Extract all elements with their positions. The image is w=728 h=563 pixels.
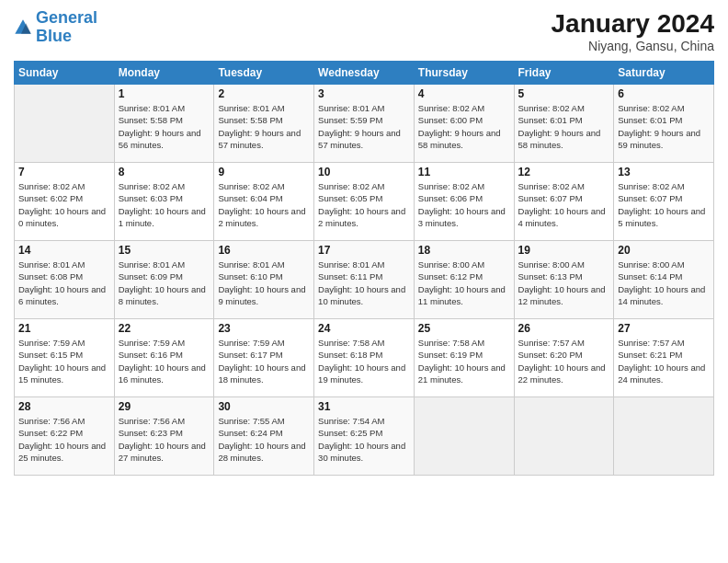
day-info: Sunrise: 8:01 AMSunset: 6:11 PMDaylight:… (318, 259, 410, 307)
day-number: 16 (218, 244, 310, 257)
day-info: Sunrise: 8:01 AMSunset: 6:08 PMDaylight:… (18, 259, 110, 307)
day-number: 6 (618, 87, 710, 100)
calendar-cell: 3 Sunrise: 8:01 AMSunset: 5:59 PMDayligh… (314, 85, 415, 163)
day-info: Sunrise: 8:02 AMSunset: 6:07 PMDaylight:… (518, 180, 610, 229)
calendar-cell: 1 Sunrise: 8:01 AMSunset: 5:58 PMDayligh… (114, 85, 214, 163)
calendar-week-1: 7 Sunrise: 8:02 AMSunset: 6:02 PMDayligh… (15, 163, 714, 241)
weekday-sunday: Sunday (15, 62, 115, 85)
calendar-cell: 26 Sunrise: 7:57 AMSunset: 6:20 PMDaylig… (514, 319, 614, 397)
day-info: Sunrise: 8:01 AMSunset: 5:58 PMDaylight:… (218, 102, 310, 151)
calendar-cell: 13 Sunrise: 8:02 AMSunset: 6:07 PMDaylig… (614, 163, 714, 241)
calendar-cell: 10 Sunrise: 8:02 AMSunset: 6:05 PMDaylig… (314, 163, 415, 241)
day-info: Sunrise: 8:01 AMSunset: 5:58 PMDaylight:… (119, 102, 210, 151)
day-number: 4 (418, 87, 510, 100)
day-number: 17 (318, 244, 410, 257)
main-title: January 2024 (552, 9, 714, 39)
calendar-cell: 15 Sunrise: 8:01 AMSunset: 6:09 PMDaylig… (114, 241, 214, 319)
calendar-body: 1 Sunrise: 8:01 AMSunset: 5:58 PMDayligh… (15, 85, 714, 476)
weekday-friday: Friday (514, 62, 614, 85)
calendar-cell: 8 Sunrise: 8:02 AMSunset: 6:03 PMDayligh… (114, 163, 214, 241)
calendar-cell: 14 Sunrise: 8:01 AMSunset: 6:08 PMDaylig… (15, 241, 115, 319)
calendar-cell (15, 85, 115, 163)
day-number: 7 (18, 166, 110, 178)
day-info: Sunrise: 8:02 AMSunset: 6:01 PMDaylight:… (518, 102, 610, 151)
day-info: Sunrise: 8:00 AMSunset: 6:14 PMDaylight:… (618, 259, 710, 307)
calendar-cell: 7 Sunrise: 8:02 AMSunset: 6:02 PMDayligh… (15, 163, 115, 241)
calendar-cell: 9 Sunrise: 8:02 AMSunset: 6:04 PMDayligh… (214, 163, 314, 241)
calendar-cell: 6 Sunrise: 8:02 AMSunset: 6:01 PMDayligh… (614, 85, 714, 163)
day-number: 23 (218, 322, 310, 335)
calendar-cell: 29 Sunrise: 7:56 AMSunset: 6:23 PMDaylig… (114, 397, 214, 476)
weekday-monday: Monday (114, 62, 214, 85)
day-number: 28 (18, 400, 110, 413)
day-number: 29 (119, 400, 210, 413)
day-info: Sunrise: 8:00 AMSunset: 6:12 PMDaylight:… (418, 259, 510, 307)
calendar-cell: 21 Sunrise: 7:59 AMSunset: 6:15 PMDaylig… (15, 319, 115, 397)
calendar-cell: 16 Sunrise: 8:01 AMSunset: 6:10 PMDaylig… (214, 241, 314, 319)
calendar-week-0: 1 Sunrise: 8:01 AMSunset: 5:58 PMDayligh… (15, 85, 714, 163)
day-number: 3 (318, 87, 410, 100)
day-number: 13 (618, 166, 710, 178)
calendar-cell: 12 Sunrise: 8:02 AMSunset: 6:07 PMDaylig… (514, 163, 614, 241)
day-number: 24 (318, 322, 410, 335)
header: General Blue January 2024 Niyang, Gansu,… (14, 9, 714, 53)
weekday-thursday: Thursday (414, 62, 514, 85)
day-number: 1 (119, 87, 210, 100)
weekday-tuesday: Tuesday (214, 62, 314, 85)
day-number: 27 (618, 322, 710, 335)
calendar-cell: 4 Sunrise: 8:02 AMSunset: 6:00 PMDayligh… (414, 85, 514, 163)
calendar-cell: 30 Sunrise: 7:55 AMSunset: 6:24 PMDaylig… (214, 397, 314, 476)
calendar-cell (514, 397, 614, 476)
subtitle: Niyang, Gansu, China (552, 39, 714, 53)
day-info: Sunrise: 8:01 AMSunset: 5:59 PMDaylight:… (318, 102, 410, 151)
calendar-cell: 22 Sunrise: 7:59 AMSunset: 6:16 PMDaylig… (114, 319, 214, 397)
calendar-cell: 18 Sunrise: 8:00 AMSunset: 6:12 PMDaylig… (414, 241, 514, 319)
day-number: 5 (518, 87, 610, 100)
day-number: 21 (18, 322, 110, 335)
day-info: Sunrise: 7:58 AMSunset: 6:18 PMDaylight:… (318, 337, 410, 385)
day-info: Sunrise: 7:54 AMSunset: 6:25 PMDaylight:… (318, 415, 410, 464)
day-number: 8 (119, 166, 210, 178)
day-info: Sunrise: 7:56 AMSunset: 6:22 PMDaylight:… (18, 415, 110, 464)
day-number: 18 (418, 244, 510, 257)
day-info: Sunrise: 8:02 AMSunset: 6:07 PMDaylight:… (618, 180, 710, 229)
day-info: Sunrise: 8:00 AMSunset: 6:13 PMDaylight:… (518, 259, 610, 307)
day-number: 11 (418, 166, 510, 178)
calendar-cell: 2 Sunrise: 8:01 AMSunset: 5:58 PMDayligh… (214, 85, 314, 163)
day-number: 19 (518, 244, 610, 257)
day-info: Sunrise: 8:02 AMSunset: 6:06 PMDaylight:… (418, 180, 510, 229)
day-number: 9 (218, 166, 310, 178)
calendar-cell: 25 Sunrise: 7:58 AMSunset: 6:19 PMDaylig… (414, 319, 514, 397)
day-number: 20 (618, 244, 710, 257)
day-info: Sunrise: 8:02 AMSunset: 6:01 PMDaylight:… (618, 102, 710, 151)
calendar-cell: 19 Sunrise: 8:00 AMSunset: 6:13 PMDaylig… (514, 241, 614, 319)
day-number: 14 (18, 244, 110, 257)
calendar-cell (414, 397, 514, 476)
day-info: Sunrise: 7:57 AMSunset: 6:20 PMDaylight:… (518, 337, 610, 385)
day-info: Sunrise: 8:01 AMSunset: 6:09 PMDaylight:… (119, 259, 210, 307)
day-number: 31 (318, 400, 410, 413)
day-info: Sunrise: 7:55 AMSunset: 6:24 PMDaylight:… (218, 415, 310, 464)
weekday-wednesday: Wednesday (314, 62, 415, 85)
calendar-cell: 23 Sunrise: 7:59 AMSunset: 6:17 PMDaylig… (214, 319, 314, 397)
day-info: Sunrise: 7:58 AMSunset: 6:19 PMDaylight:… (418, 337, 510, 385)
day-number: 10 (318, 166, 410, 178)
calendar-cell: 27 Sunrise: 7:57 AMSunset: 6:21 PMDaylig… (614, 319, 714, 397)
logo: General Blue (14, 9, 97, 46)
calendar-week-2: 14 Sunrise: 8:01 AMSunset: 6:08 PMDaylig… (15, 241, 714, 319)
day-number: 22 (119, 322, 210, 335)
page-container: General Blue January 2024 Niyang, Gansu,… (0, 0, 728, 563)
day-info: Sunrise: 7:56 AMSunset: 6:23 PMDaylight:… (119, 415, 210, 464)
day-number: 2 (218, 87, 310, 100)
calendar-cell: 20 Sunrise: 8:00 AMSunset: 6:14 PMDaylig… (614, 241, 714, 319)
calendar-cell: 24 Sunrise: 7:58 AMSunset: 6:18 PMDaylig… (314, 319, 415, 397)
title-block: January 2024 Niyang, Gansu, China (552, 9, 714, 53)
day-info: Sunrise: 8:02 AMSunset: 6:02 PMDaylight:… (18, 180, 110, 229)
calendar-week-3: 21 Sunrise: 7:59 AMSunset: 6:15 PMDaylig… (15, 319, 714, 397)
day-info: Sunrise: 8:02 AMSunset: 6:05 PMDaylight:… (318, 180, 410, 229)
day-info: Sunrise: 8:02 AMSunset: 6:04 PMDaylight:… (218, 180, 310, 229)
day-number: 25 (418, 322, 510, 335)
day-info: Sunrise: 8:02 AMSunset: 6:00 PMDaylight:… (418, 102, 510, 151)
day-info: Sunrise: 8:02 AMSunset: 6:03 PMDaylight:… (119, 180, 210, 229)
day-number: 12 (518, 166, 610, 178)
